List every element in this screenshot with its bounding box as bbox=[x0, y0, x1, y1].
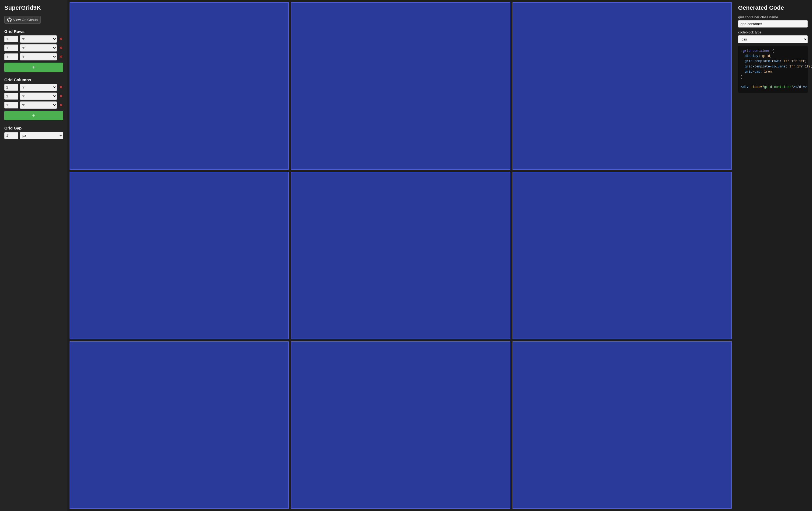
grid-columns-title: Grid Columns bbox=[4, 77, 63, 82]
grid-row-unit-1[interactable]: fr px % em rem auto bbox=[20, 44, 57, 52]
grid-cell-5 bbox=[513, 172, 732, 340]
grid-col-value-0[interactable] bbox=[4, 84, 18, 91]
grid-col-unit-0[interactable]: fr px % em rem auto bbox=[20, 84, 57, 91]
class-name-label: grid container class name bbox=[738, 15, 808, 19]
class-name-field: grid container class name bbox=[738, 15, 808, 28]
code-block: .grid-container { display: grid; grid-te… bbox=[738, 46, 808, 93]
codeblock-type-select[interactable]: css scss less bbox=[738, 35, 808, 43]
grid-gap-title: Grid Gap bbox=[4, 126, 63, 130]
grid-rows-section: Grid Rows fr px % em rem auto ✕ fr px % … bbox=[4, 27, 63, 72]
grid-row-value-0[interactable] bbox=[4, 36, 18, 43]
grid-row-entry-1: fr px % em rem auto ✕ bbox=[4, 44, 63, 52]
grid-columns-section: Grid Columns fr px % em rem auto ✕ fr px… bbox=[4, 75, 63, 120]
grid-row-unit-0[interactable]: fr px % em rem auto bbox=[20, 35, 57, 43]
grid-row-unit-2[interactable]: fr px % em rem auto bbox=[20, 53, 57, 60]
sidebar: SuperGrid9K View On Github Grid Rows fr … bbox=[0, 0, 67, 511]
grid-row-delete-0[interactable]: ✕ bbox=[58, 36, 63, 42]
grid-col-entry-2: fr px % em rem auto ✕ bbox=[4, 102, 63, 109]
generated-code-title: Generated Code bbox=[738, 4, 808, 11]
grid-col-value-1[interactable] bbox=[4, 93, 18, 100]
grid-row-entry-2: fr px % em rem auto ✕ bbox=[4, 53, 63, 60]
gap-row: px fr % em rem bbox=[4, 132, 63, 139]
github-button[interactable]: View On Github bbox=[4, 16, 41, 24]
grid-col-entry-0: fr px % em rem auto ✕ bbox=[4, 84, 63, 91]
right-panel: Generated Code grid container class name… bbox=[734, 0, 812, 511]
grid-col-delete-0[interactable]: ✕ bbox=[58, 85, 63, 90]
grid-cell-3 bbox=[69, 172, 289, 340]
gap-unit-select[interactable]: px fr % em rem bbox=[20, 132, 63, 139]
grid-row-value-2[interactable] bbox=[4, 53, 18, 60]
class-name-input[interactable] bbox=[738, 20, 808, 28]
github-icon bbox=[7, 18, 11, 22]
grid-col-entry-1: fr px % em rem auto ✕ bbox=[4, 92, 63, 100]
grid-row-delete-1[interactable]: ✕ bbox=[58, 45, 63, 50]
add-row-button[interactable]: + bbox=[4, 62, 63, 72]
grid-gap-section: Grid Gap px fr % em rem bbox=[4, 124, 63, 139]
grid-cell-7 bbox=[291, 341, 510, 509]
grid-cell-1 bbox=[291, 2, 510, 170]
grid-cell-4 bbox=[291, 172, 510, 340]
grid-cell-6 bbox=[69, 341, 289, 509]
grid-row-value-1[interactable] bbox=[4, 45, 18, 51]
grid-col-unit-2[interactable]: fr px % em rem auto bbox=[20, 102, 57, 109]
grid-row-delete-2[interactable]: ✕ bbox=[58, 54, 63, 59]
grid-preview bbox=[67, 0, 734, 511]
grid-cell-0 bbox=[69, 2, 289, 170]
grid-cell-8 bbox=[513, 341, 732, 509]
gap-value-input[interactable] bbox=[4, 132, 18, 139]
grid-row-entry-0: fr px % em rem auto ✕ bbox=[4, 35, 63, 43]
grid-col-delete-1[interactable]: ✕ bbox=[58, 93, 63, 99]
codeblock-type-field: codeblock type css scss less bbox=[738, 30, 808, 43]
codeblock-type-label: codeblock type bbox=[738, 30, 808, 34]
grid-col-delete-2[interactable]: ✕ bbox=[58, 103, 63, 108]
grid-rows-title: Grid Rows bbox=[4, 29, 63, 34]
add-column-button[interactable]: + bbox=[4, 111, 63, 120]
grid-cell-2 bbox=[513, 2, 732, 170]
github-button-label: View On Github bbox=[13, 18, 38, 22]
app-title: SuperGrid9K bbox=[4, 4, 63, 11]
grid-col-unit-1[interactable]: fr px % em rem auto bbox=[20, 92, 57, 100]
grid-col-value-2[interactable] bbox=[4, 102, 18, 108]
